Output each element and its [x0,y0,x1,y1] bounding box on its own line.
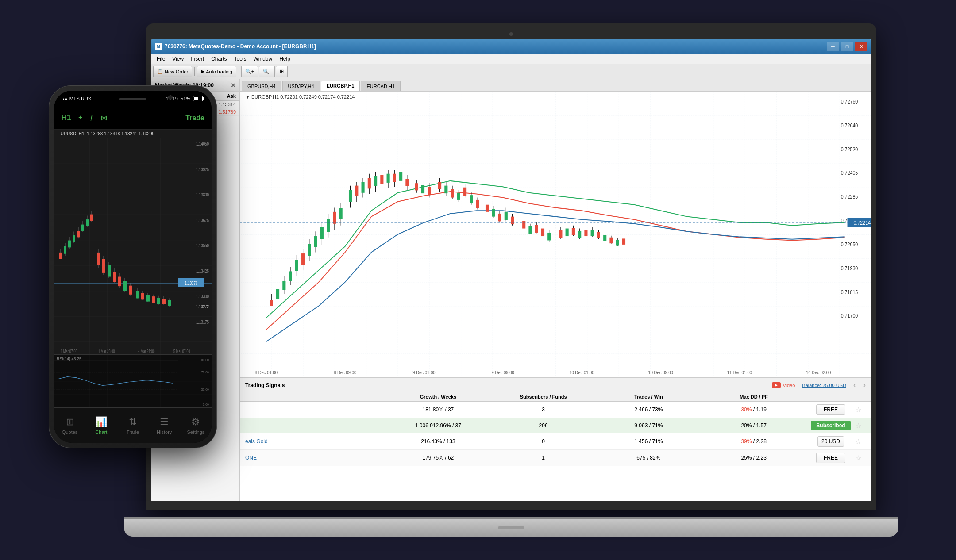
signal-link-3[interactable]: eals Gold [245,438,268,445]
svg-text:70.00: 70.00 [201,371,209,374]
star-icon-3[interactable]: ☆ [855,438,861,445]
mt4-icon: M [155,43,162,50]
chart-tab-eurgbp[interactable]: EURGBP,H1 [321,81,360,91]
svg-text:1.13272: 1.13272 [196,304,209,310]
phone-front-camera [168,95,173,100]
svg-rect-51 [393,174,396,182]
mt4-titlebar: M 7630776: MetaQuotes-Demo - Demo Accoun… [151,39,871,54]
nav-item-quotes[interactable]: ⊞ Quotes [54,408,85,443]
balance-link[interactable]: Balance: 25.00 USD [802,383,846,388]
chart-tab-usdjpy[interactable]: USDJPY,H4 [282,81,320,91]
menu-tools[interactable]: Tools [231,55,250,63]
svg-text:11 Dec 01:00: 11 Dec 01:00 [727,370,752,376]
star-icon-1[interactable]: ☆ [855,406,861,414]
function-icon[interactable]: ƒ [89,114,93,122]
svg-text:1 Mar 23:00: 1 Mar 23:00 [98,349,115,354]
chart-main-area[interactable]: 0.72760 0.72640 0.72520 0.72405 0.72285 … [240,92,871,377]
signal-star-2[interactable]: ☆ [855,422,866,430]
nav-item-chart[interactable]: 📊 Chart [85,408,117,443]
new-order-icon: 📋 [157,69,163,74]
svg-text:0.00: 0.00 [203,403,209,406]
svg-rect-152 [77,231,80,237]
svg-rect-178 [146,295,150,301]
svg-text:0.71815: 0.71815 [841,289,858,295]
carrier-label: MTS RUS [69,96,92,101]
mt4-toolbar: 📋 New Order ▶ AutoTrading 🔍+ 🔍- ⊞ [151,64,871,79]
minimize-button[interactable]: ─ [827,42,839,51]
chart-tabs: GBPUSD,H4 USDJPY,H4 EURGBP,H1 EURCAD,H1 [240,79,871,92]
star-icon-2[interactable]: ☆ [855,422,861,430]
svg-rect-23 [301,253,305,265]
signal-action-3[interactable]: 20 USD [806,436,855,447]
signal-trades-1: 2 466 / 73% [596,407,702,413]
rsi-label: RSI(14) 45.25 [57,357,81,361]
signals-scroll-down[interactable]: › [863,380,866,390]
chart-tab-eurcad[interactable]: EURCAD,H1 [361,81,401,91]
market-watch-close-button[interactable]: ✕ [231,82,236,89]
menu-view[interactable]: View [169,55,187,63]
video-link[interactable]: Video [783,383,795,388]
svg-text:0.72285: 0.72285 [841,194,858,200]
signal-growth-3: 216.43% / 133 [385,438,491,445]
nav-item-settings[interactable]: ⚙ Settings [180,408,212,443]
signal-subscribed-button[interactable]: Subscribed [811,421,850,430]
signal-subscribers-4: 1 [491,455,596,461]
toolbar-chart-mode[interactable]: ⊞ [276,66,288,77]
signal-name-4: ONE [245,455,385,461]
signal-action-1[interactable]: FREE [806,404,855,415]
star-icon-4[interactable]: ☆ [855,454,861,462]
signal-link-4[interactable]: ONE [245,455,257,461]
titlebar-controls: ─ □ ✕ [827,42,867,51]
menu-window[interactable]: Window [250,55,276,63]
signal-star-3[interactable]: ☆ [855,437,866,446]
nav-item-history[interactable]: ☰ History [149,408,180,443]
mt4-title: 7630776: MetaQuotes-Demo - Demo Account … [165,43,827,50]
svg-rect-160 [97,253,100,265]
nav-item-trade[interactable]: ⇅ Trade [117,408,148,443]
svg-text:14 Dec 02:00: 14 Dec 02:00 [806,370,831,376]
menu-charts[interactable]: Charts [208,55,230,63]
svg-rect-99 [566,229,569,236]
svg-text:8 Dec 01:00: 8 Dec 01:00 [255,370,278,376]
signal-star-1[interactable]: ☆ [855,406,866,414]
maximize-button[interactable]: □ [841,42,853,51]
svg-rect-57 [415,183,418,190]
menu-insert[interactable]: Insert [187,55,208,63]
svg-rect-103 [578,231,581,238]
svg-text:4 Mar 21:00: 4 Mar 21:00 [138,349,154,354]
phone-chart-area[interactable]: 1.14050 1.13925 1.13800 1.13675 1.13550 … [54,138,212,354]
signals-scroll-up[interactable]: ‹ [853,380,856,390]
svg-rect-130 [54,138,212,354]
svg-text:9 Dec 09:00: 9 Dec 09:00 [492,370,515,376]
svg-rect-158 [90,215,93,221]
trade-button[interactable]: Trade [185,114,204,122]
add-indicator-icon[interactable]: + [78,114,82,122]
signals-title: Trading Signals [245,382,285,388]
svg-text:1.13925: 1.13925 [196,166,209,172]
signal-action-4[interactable]: FREE [806,453,855,463]
svg-rect-1 [240,92,871,377]
signal-free-button-1[interactable]: FREE [816,404,845,415]
objects-icon[interactable]: ⋈ [100,114,108,122]
toolbar-zoom-in[interactable]: 🔍+ [241,66,258,77]
main-scene: M 7630776: MetaQuotes-Demo - Demo Accoun… [35,15,921,545]
signal-action-2[interactable]: Subscribed [806,421,855,430]
signals-panel: Trading Signals ▶ Video Balance: 25.00 U… [240,377,871,501]
signal-paid-button[interactable]: 20 USD [817,436,844,447]
phone-rsi-area: RSI(14) 45.25 100.00 70.00 [54,354,212,407]
signals-table-header: Growth / Weeks Subscribers / Funds Trade… [240,392,871,402]
col-header-maxdd: Max DD / PF [701,394,806,399]
toolbar-zoom-out[interactable]: 🔍- [259,66,275,77]
svg-text:0.72050: 0.72050 [841,242,858,247]
chart-tab-gbpusd[interactable]: GBPUSD,H4 [242,81,281,91]
toolbar-new-order-button[interactable]: 📋 New Order [153,66,192,77]
svg-rect-97 [559,230,562,238]
timeframe-label[interactable]: H1 [61,113,71,123]
signal-free-button-4[interactable]: FREE [816,453,845,463]
toolbar-autotrading-button[interactable]: ▶ AutoTrading [197,66,236,77]
menu-file[interactable]: File [153,55,169,63]
menu-help[interactable]: Help [276,55,294,63]
close-button[interactable]: ✕ [855,42,867,51]
signal-star-4[interactable]: ☆ [855,454,866,462]
autotrading-icon: ▶ [201,69,204,74]
